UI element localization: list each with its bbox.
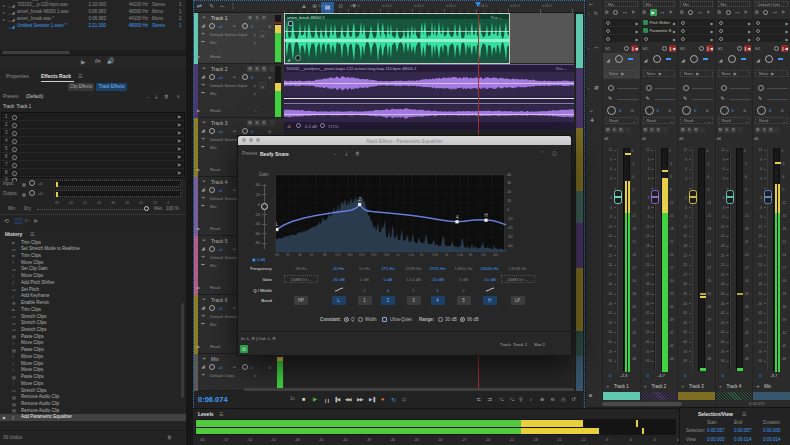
svg-text:4: 4: [456, 215, 459, 220]
svg-text:H: H: [485, 213, 488, 218]
svg-text:L: L: [276, 222, 279, 227]
